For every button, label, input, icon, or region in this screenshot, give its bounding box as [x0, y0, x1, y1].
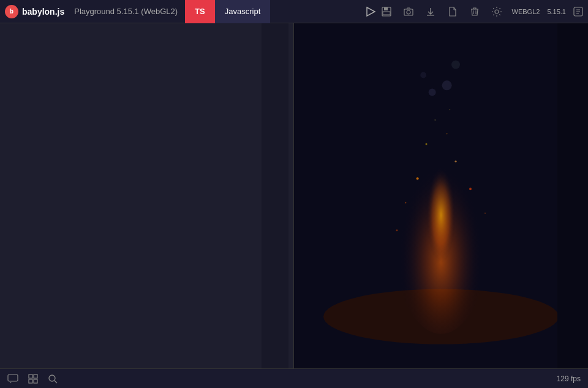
fps-counter: 129 fps — [557, 375, 581, 383]
camera-icon — [403, 6, 414, 17]
svg-point-25 — [484, 213, 486, 214]
line-numbers — [0, 23, 22, 368]
svg-rect-34 — [34, 375, 37, 378]
grid-icon — [28, 374, 38, 384]
play-icon — [364, 6, 376, 18]
new-file-icon — [447, 6, 458, 17]
code-content[interactable] — [22, 23, 293, 368]
logo-area: b babylon.js — [5, 5, 64, 18]
tab-js[interactable]: Javascript — [215, 0, 271, 23]
profile-button[interactable] — [573, 7, 583, 17]
svg-point-28 — [429, 89, 436, 96]
svg-point-5 — [407, 10, 410, 14]
new-file-button[interactable] — [447, 6, 458, 17]
particle-preview — [294, 23, 588, 368]
grid-button[interactable] — [28, 374, 38, 384]
svg-point-21 — [469, 188, 472, 190]
babylon-logo-icon: b — [5, 5, 18, 18]
svg-rect-3 — [383, 12, 390, 15]
save-icon — [381, 6, 392, 17]
download-button[interactable] — [425, 6, 436, 17]
trash-icon — [469, 6, 480, 17]
svg-point-37 — [49, 375, 55, 381]
settings-button[interactable] — [491, 6, 502, 17]
playground-label: Playground 5.15.1 (WebGL2) — [74, 7, 178, 16]
svg-point-30 — [420, 72, 426, 78]
svg-point-26 — [434, 120, 435, 121]
header-right-labels: WEBGL2 5.15.1 — [512, 7, 583, 17]
svg-point-20 — [405, 202, 406, 204]
svg-point-19 — [455, 161, 457, 162]
logo-text: babylon.js — [22, 7, 64, 17]
search-icon — [48, 374, 58, 384]
version-num-label: 5.15.1 — [547, 8, 566, 15]
gear-icon — [491, 6, 502, 17]
code-area — [0, 23, 293, 368]
svg-rect-35 — [29, 379, 32, 383]
preview-canvas — [294, 23, 588, 368]
delete-button[interactable] — [469, 6, 480, 17]
svg-rect-36 — [34, 379, 37, 383]
statusbar: 129 fps — [0, 368, 588, 388]
profile-icon — [573, 7, 583, 17]
svg-point-23 — [447, 133, 448, 134]
preview-scrollbar[interactable] — [557, 23, 588, 368]
download-icon — [425, 6, 436, 17]
webgl-label: WEBGL2 — [512, 8, 540, 15]
code-editor[interactable] — [0, 23, 294, 368]
svg-point-29 — [442, 80, 452, 90]
header-icons — [381, 6, 502, 17]
svg-point-27 — [450, 109, 451, 110]
preview-pane — [294, 23, 588, 368]
svg-rect-33 — [29, 375, 32, 378]
svg-point-22 — [426, 143, 428, 145]
svg-marker-0 — [367, 7, 375, 16]
svg-point-24 — [396, 229, 398, 231]
svg-point-31 — [451, 61, 460, 69]
svg-point-17 — [412, 99, 470, 292]
svg-point-9 — [495, 10, 499, 13]
tab-ts[interactable]: TS — [185, 0, 215, 23]
save-button[interactable] — [381, 6, 392, 17]
svg-rect-32 — [8, 375, 18, 381]
search-button[interactable] — [48, 374, 58, 384]
svg-point-18 — [417, 177, 419, 180]
svg-rect-2 — [384, 7, 388, 10]
header: b babylon.js Playground 5.15.1 (WebGL2) … — [0, 0, 588, 23]
screenshot-button[interactable] — [403, 6, 414, 17]
chat-icon — [7, 374, 18, 384]
run-button[interactable] — [364, 6, 376, 18]
main-content — [0, 23, 588, 368]
chat-button[interactable] — [7, 374, 18, 384]
svg-line-38 — [55, 381, 57, 383]
minimap — [262, 23, 288, 368]
